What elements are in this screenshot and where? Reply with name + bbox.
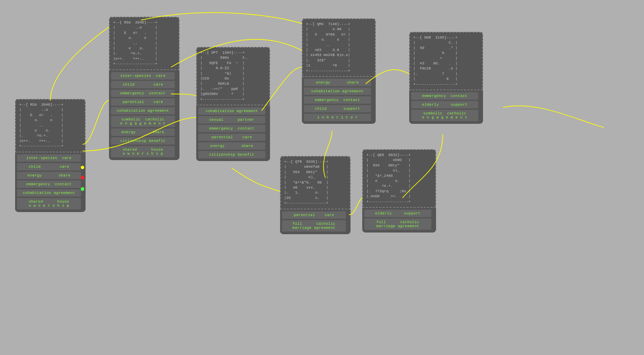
node-node2-btn-6[interactable]: energy share — [111, 129, 175, 136]
node-node7-btn-0[interactable]: elderly support — [364, 210, 431, 217]
node-node2-btn-3[interactable]: parential care — [111, 98, 175, 106]
node-node2-btn-1[interactable]: child care — [111, 81, 175, 88]
node-node3-code: +--[ OPT 1384]----+ | 990o X.. | 5QFE FA… — [196, 47, 270, 105]
node-node4-btn-4[interactable]: i n h e r i t o r — [304, 114, 371, 121]
node-node2-btn-7[interactable]: citizenship benefit — [111, 137, 175, 145]
node-node5-btn-1[interactable]: elderly support — [411, 101, 478, 108]
node-node3-btn-2[interactable]: emmergency contact — [198, 125, 265, 132]
node-node1-btn-2[interactable]: energy share — [17, 172, 81, 179]
node-node4-btn-0[interactable]: energy share — [304, 79, 371, 86]
node-node4-btn-3[interactable]: child support — [304, 105, 371, 112]
node-node1: +--[ RSA 2048]----+ | ..o | | E o= . | |… — [15, 99, 86, 212]
node-node1-btn-0[interactable]: inter-species care — [17, 154, 81, 162]
node-node1-btn-5[interactable]: shared house o w n e r s h i p — [17, 198, 81, 209]
node-node7-code: +--[ QER 9932]----+ | oO0O | | 554 00ty*… — [362, 149, 436, 208]
node-node3-btn-4[interactable]: energy share — [198, 142, 265, 150]
node-node3-buttons: cohabitation agreementsexual partneremme… — [196, 105, 270, 161]
node-node2-btn-8[interactable]: shared house o w n e r s h i p — [111, 146, 175, 157]
node-node4: +--[ QMX 7140]----+ | X.90 | | 5 0789 X=… — [302, 18, 376, 124]
node-node3-btn-3[interactable]: parential care — [198, 134, 265, 141]
node-node4-btn-2[interactable]: emmergency contact — [304, 96, 371, 104]
connection-dot-1 — [81, 176, 84, 179]
node-node5-code: +--[ DGR 2195]----+ | C. | | 50 .* | | %… — [409, 32, 483, 90]
node-node6-code: +--[ QTR 9335]----+ | o84efa0 | | 554 00… — [280, 156, 351, 209]
node-node4-buttons: energy sharecohabitation agreementemmerg… — [302, 77, 376, 124]
node-node5-btn-2[interactable]: symbolic catholic e n g a g e m e n t — [411, 110, 478, 121]
node-node2-btn-2[interactable]: emmergency contact — [111, 90, 175, 97]
connection-dot-2 — [81, 187, 84, 191]
node-node2-btn-0[interactable]: inter-species care — [111, 72, 175, 80]
node-node5-buttons: emmergency contactelderly supportsymboli… — [409, 90, 483, 124]
node-node3-btn-5[interactable]: citizenship benefit — [198, 151, 265, 158]
node-node2: +--[ RSA 2048]----+ | ..o | | E o= . | |… — [109, 17, 179, 160]
node-node6-btn-0[interactable]: parential care — [282, 211, 346, 219]
node-node1-btn-4[interactable]: cohabitation agreement — [17, 189, 81, 197]
node-node7: +--[ QER 9932]----+ | oO0O | | 554 00ty*… — [362, 149, 436, 233]
node-node7-buttons: elderly supportfull catholic marriage ag… — [362, 208, 436, 233]
node-node6: +--[ QTR 9335]----+ | o84efa0 | | 554 00… — [280, 156, 351, 234]
node-node2-code: +--[ RSA 2048]----+ | ..o | | E o= . | |… — [109, 17, 179, 70]
node-node3-btn-1[interactable]: sexual partner — [198, 116, 265, 123]
node-node3: +--[ OPT 1384]----+ | 990o X.. | 5QFE FA… — [196, 47, 270, 161]
node-node5-btn-0[interactable]: emmergency contact — [411, 92, 478, 100]
node-node4-btn-1[interactable]: cohabitation agreement — [304, 88, 371, 95]
node-node6-btn-1[interactable]: full catholic marriage agreement — [282, 220, 346, 232]
node-node2-btn-5[interactable]: symbolic catholic e n g a g e m e n t — [111, 116, 175, 127]
node-node2-buttons: inter-species carechild careemmergency c… — [109, 70, 179, 160]
node-node5: +--[ DGR 2195]----+ | C. | | 50 .* | | %… — [409, 32, 483, 124]
connection-dot-0 — [81, 166, 84, 169]
node-node1-code: +--[ RSA 2048]----+ | ..o | | E o= . | |… — [15, 99, 86, 152]
node-node3-btn-0[interactable]: cohabitation agreement — [198, 107, 265, 115]
node-node2-btn-4[interactable]: cohabitation agreement — [111, 107, 175, 114]
node-node7-btn-1[interactable]: full catholic marriage agreement — [364, 218, 431, 230]
node-node1-btn-1[interactable]: child care — [17, 163, 81, 170]
node-node1-btn-3[interactable]: emmergency contact — [17, 181, 81, 188]
node-node6-buttons: parential carefull catholic marriage agr… — [280, 209, 351, 234]
node-node4-code: +--[ QMX 7140]----+ | X.90 | | 5 0789 X=… — [302, 18, 376, 77]
node-node1-buttons: inter-species carechild careenergy share… — [15, 152, 86, 212]
